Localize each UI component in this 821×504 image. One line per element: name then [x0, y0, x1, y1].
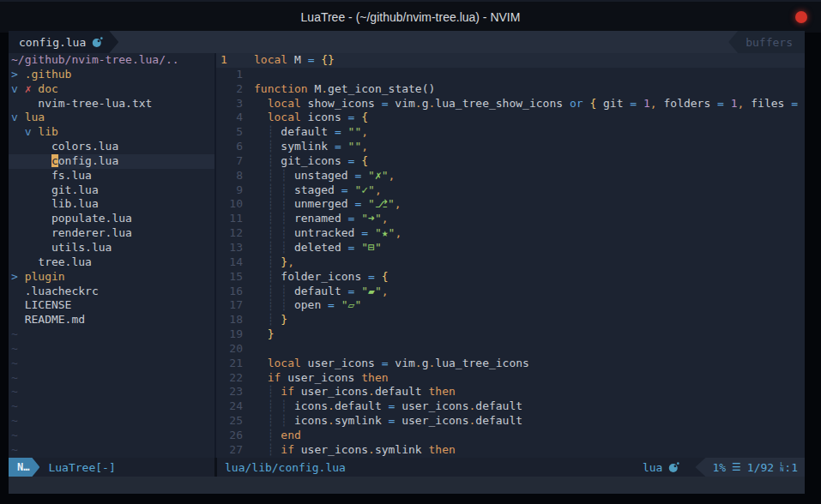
token-i: icons — [294, 414, 328, 427]
tree-row[interactable]: v lua — [9, 111, 214, 125]
token-n: 1 — [643, 97, 650, 110]
tree-row[interactable]: LICENSE — [9, 298, 214, 313]
code-line[interactable]: 10 ┊ ┊ unmerged = "⎇", — [216, 197, 805, 212]
code-line[interactable]: 13 ┊ ┊ deleted = "⊟" — [216, 241, 805, 255]
tree-row[interactable]: tree.lua — [9, 255, 214, 270]
code-line[interactable]: 1 — [216, 68, 805, 82]
tree-row[interactable]: > plugin — [9, 270, 214, 285]
token-o: = — [335, 125, 341, 138]
code-line[interactable]: 3 local show_icons = vim.g.lua_tree_show… — [216, 97, 805, 111]
tree-row[interactable]: renderer.lua — [9, 226, 214, 241]
code-line[interactable]: 17 ┊ ┊ open = "▱" — [216, 298, 805, 313]
token-i — [254, 169, 268, 182]
close-button[interactable] — [795, 11, 807, 23]
tree-row[interactable]: ~/github/nvim-tree.lua/.. — [9, 53, 214, 68]
token-g: ┊ — [268, 226, 281, 239]
line-number: 23 — [216, 385, 254, 399]
code-line[interactable]: 23 ┊ if user_icons.default then — [216, 385, 805, 399]
tree-row[interactable]: lib.lua — [9, 197, 214, 212]
token-file: .luacheckrc — [25, 285, 99, 297]
token-i: symlink — [375, 443, 429, 456]
code-line[interactable]: 26 ┊ end — [216, 429, 805, 443]
token-i: user_icons — [301, 357, 382, 369]
token-i — [254, 298, 268, 311]
code-line[interactable]: 5 ┊ default = "", — [216, 125, 805, 140]
token-i — [254, 443, 268, 456]
token-i: open — [294, 298, 328, 311]
token-i: folder_icons — [281, 270, 368, 283]
buffers-segment[interactable]: buffers — [728, 31, 805, 53]
command-line[interactable] — [9, 477, 805, 494]
tree-row[interactable]: colors.lua — [9, 140, 214, 154]
code-line[interactable]: 15 ┊ folder_icons = { — [216, 270, 805, 285]
token-s: " — [368, 183, 375, 196]
token-p: , — [395, 226, 401, 239]
code-line[interactable]: 6 ┊ symlink = "", — [216, 140, 805, 154]
token-g: ┊ — [281, 226, 294, 239]
tree-row-selected[interactable]: config.lua — [9, 154, 214, 169]
token-i: symlink — [281, 140, 335, 153]
code-line[interactable]: 20 — [216, 342, 805, 357]
token-i: M — [287, 53, 307, 66]
token-s: " — [361, 241, 368, 254]
token-i — [254, 125, 268, 138]
tree-row[interactable]: v lib — [9, 125, 214, 140]
token-i — [11, 97, 38, 110]
tree-row[interactable]: nvim-tree-lua.txt — [9, 97, 214, 111]
token-i — [254, 197, 268, 210]
token-p: , — [389, 169, 395, 182]
token-i — [254, 270, 268, 283]
token-i: renamed — [294, 212, 348, 225]
code-line[interactable]: 7 ┊ git_icons = { — [216, 154, 805, 169]
code-line[interactable]: 4 local icons = { — [216, 111, 805, 125]
code-line[interactable]: 22 if user_icons then — [216, 371, 805, 386]
token-si: ⊟ — [368, 241, 375, 254]
statusline-position-segment: 1% ☰ 1/92 LN :1 — [695, 458, 805, 477]
code-line[interactable]: 11 ┊ ┊ renamed = "➜", — [216, 212, 805, 226]
tree-row[interactable]: > .github — [9, 68, 214, 82]
tree-row[interactable]: fs.lua — [9, 169, 214, 183]
token-g: ┊ — [281, 197, 294, 210]
token-b: { — [382, 270, 389, 283]
token-i: g — [422, 97, 429, 110]
token-b: } — [281, 313, 287, 326]
token-i: default — [375, 385, 429, 398]
code-line[interactable]: 8 ┊ ┊ unstaged = "✗", — [216, 169, 805, 183]
token-s: " — [361, 285, 368, 297]
code-line[interactable]: 21 local user_icons = vim.g.lua_tree_ico… — [216, 357, 805, 371]
token-b: { — [361, 111, 368, 123]
token-s: " — [375, 212, 382, 225]
token-s: " — [341, 298, 348, 311]
token-k: function — [254, 82, 308, 95]
tree-row[interactable]: git.lua — [9, 183, 214, 198]
tree-row[interactable]: populate.lua — [9, 212, 214, 226]
tree-row[interactable]: README.md — [9, 313, 214, 327]
token-folder: doc — [38, 82, 57, 95]
token-tilde: ~ — [11, 399, 18, 412]
token-g: ┊ — [268, 140, 281, 153]
token-s: " — [375, 226, 382, 239]
code-line[interactable]: 19 } — [216, 327, 805, 342]
token-tilde: ~ — [11, 342, 18, 355]
code-line[interactable]: 14 ┊ }, — [216, 255, 805, 270]
token-i — [361, 169, 368, 182]
tree-row[interactable]: v ✗ doc — [9, 82, 214, 97]
line-number: 6 — [216, 140, 254, 154]
tree-row[interactable]: utils.lua — [9, 241, 214, 255]
code-line[interactable]: 2function M.get_icon_state() — [216, 82, 805, 97]
code-line[interactable]: 18 ┊ } — [216, 313, 805, 327]
token-s: " — [388, 197, 395, 210]
code-line[interactable]: 1local M = {} — [216, 53, 805, 68]
code-line[interactable]: 25 ┊ ┊ icons.symlink = user_icons.defaul… — [216, 414, 805, 429]
empty-line-tilde: ~ — [9, 414, 214, 429]
token-i — [11, 169, 51, 182]
tree-row[interactable]: .luacheckrc — [9, 285, 214, 299]
code-line[interactable]: 12 ┊ ┊ untracked = "★", — [216, 226, 805, 241]
code-line[interactable]: 24 ┊ ┊ icons.default = user_icons.defaul… — [216, 399, 805, 414]
line-number: 9 — [216, 183, 254, 198]
code-line[interactable]: 9 ┊ ┊ staged = "✓", — [216, 183, 805, 198]
code-line[interactable]: 27 ┊ if user_icons.symlink then — [216, 443, 805, 458]
token-si: ➜ — [368, 212, 375, 225]
tab-config-lua[interactable]: config.lua — [9, 31, 118, 53]
code-line[interactable]: 16 ┊ ┊ default = "▰", — [216, 285, 805, 299]
